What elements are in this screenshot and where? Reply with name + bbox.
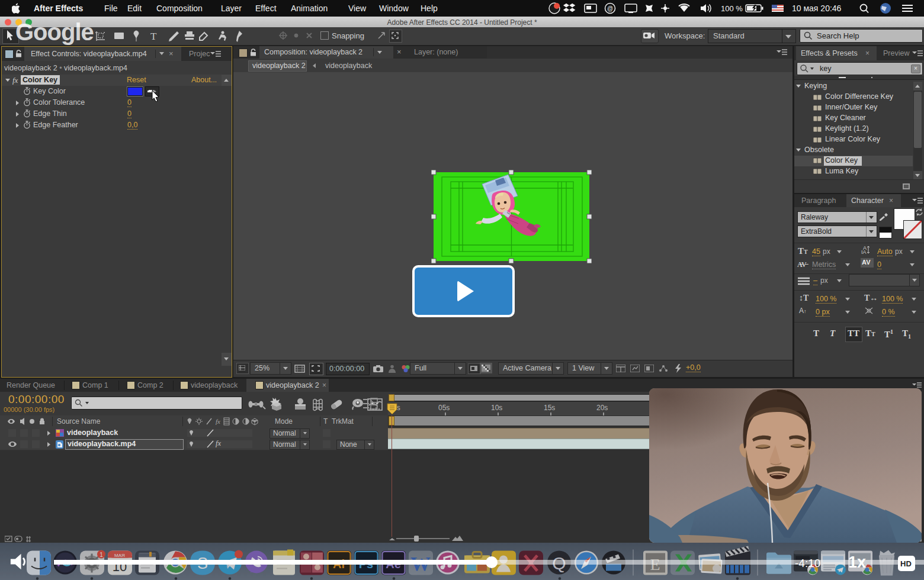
svg-text:fx: fx [216, 418, 220, 425]
svg-text:T: T [150, 31, 157, 42]
svg-text:IA: IA [861, 249, 867, 254]
svg-text:100 %: 100 % [721, 4, 743, 13]
svg-text:@: @ [607, 5, 613, 12]
svg-text:10 мая 20:46: 10 мая 20:46 [792, 4, 842, 13]
